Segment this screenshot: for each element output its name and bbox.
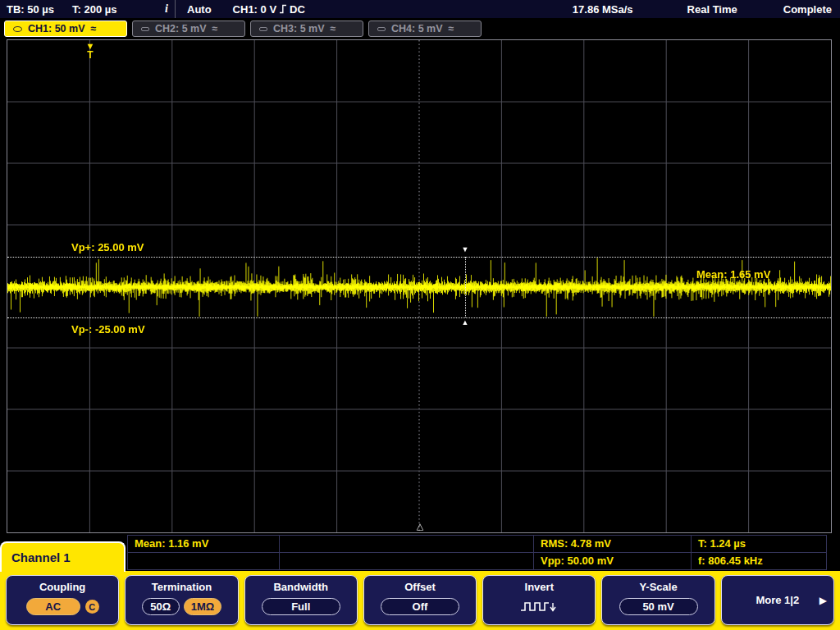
more-button[interactable]: More 1|2 ▶ <box>721 575 834 625</box>
termination-50ohm-pill[interactable]: 50Ω <box>142 598 180 615</box>
oscilloscope-screen: TB: 50 µs T: 200 µs i Auto CH1: 0 V DC 1… <box>0 0 840 630</box>
menu-title: Channel 1 <box>0 541 126 572</box>
measurement-empty-cell <box>279 552 534 570</box>
graticule-wrapper: Vp+: 25.00 mV Vp-: -25.00 mV ▼ T ▼ ▲ Mea… <box>0 39 840 535</box>
time-reference-marker-icon[interactable]: △ <box>417 521 423 532</box>
measurement-frequency: f: 806.45 kHz <box>691 552 827 570</box>
square-wave-icon <box>519 599 559 615</box>
measurement-vpp: Vpp: 50.00 mV <box>533 552 692 570</box>
coupling-symbol: ≈ <box>331 23 336 34</box>
vp-plus-label: Vp+: 25.00 mV <box>71 241 144 253</box>
vp-minus-cursor-line[interactable] <box>7 317 831 318</box>
channel-indicator-icon <box>377 27 386 31</box>
coupling-symbol: ≈ <box>212 23 218 34</box>
softkey-menu: Coupling AC C Termination 50Ω 1MΩ Bandwi… <box>0 571 840 630</box>
termination-label: Termination <box>152 581 212 593</box>
bandwidth-label: Bandwidth <box>273 581 327 593</box>
acquisition-mode: Real Time <box>687 3 737 16</box>
peak-cursor-line[interactable] <box>465 257 466 317</box>
trigger-time-value: T: 200 µs <box>72 3 116 16</box>
sample-rate: 17.86 MSa/s <box>573 3 633 16</box>
y-scale-label: Y-Scale <box>639 581 677 593</box>
vp-minus-label: Vp-: -25.00 mV <box>71 323 145 336</box>
channel-label: CH3: 5 mV <box>273 23 325 34</box>
trigger-marker-label: T <box>86 51 95 60</box>
offset-value-pill[interactable]: Off <box>381 598 459 615</box>
status-bar: TB: 50 µs T: 200 µs i Auto CH1: 0 V DC 1… <box>0 0 840 18</box>
bandwidth-value-pill[interactable]: Full <box>262 598 340 615</box>
bandwidth-button[interactable]: Bandwidth Full <box>244 575 358 625</box>
measurement-mean: Mean: 1.16 mV <box>127 535 280 553</box>
waveform-canvas <box>7 40 831 532</box>
invert-label: Invert <box>525 581 554 593</box>
termination-button[interactable]: Termination 50Ω 1MΩ <box>125 575 238 625</box>
timebase-value: TB: 50 µs <box>7 3 54 16</box>
channel-label: CH4: 5 mV <box>391 23 443 34</box>
measurement-bar: Mean: 1.16 mV RMS: 4.78 mV Vpp: 50.00 mV… <box>0 535 840 571</box>
coupling-value-pill[interactable]: AC <box>26 598 80 615</box>
tab-channel-2[interactable]: CH2: 5 mV ≈ <box>132 21 245 37</box>
rising-edge-icon <box>279 4 287 14</box>
trigger-settings: CH1: 0 V DC <box>233 3 305 16</box>
measurement-empty-cell <box>279 535 534 553</box>
chevron-right-icon: ▶ <box>819 595 827 606</box>
trigger-coupling: DC <box>290 3 305 16</box>
measurement-rms: RMS: 4.78 mV <box>533 535 692 553</box>
peak-bottom-marker-icon: ▲ <box>462 318 469 326</box>
channel-indicator-icon <box>141 27 149 31</box>
info-icon[interactable]: i <box>165 2 168 16</box>
coupling-symbol: ≈ <box>90 23 96 34</box>
coupling-button[interactable]: Coupling AC C <box>6 575 119 625</box>
acquire-mode: Auto <box>187 3 212 16</box>
invert-button[interactable]: Invert <box>482 575 596 625</box>
offset-label: Offset <box>404 581 436 593</box>
channel-indicator-icon <box>13 26 22 32</box>
channel-indicator-icon <box>259 27 267 31</box>
tab-channel-4[interactable]: CH4: 5 mV ≈ <box>368 21 482 37</box>
tab-channel-1[interactable]: CH1: 50 mV ≈ <box>4 21 127 37</box>
knob-assignment-icon: C <box>85 600 99 614</box>
coupling-symbol: ≈ <box>449 23 454 34</box>
peak-top-marker-icon: ▼ <box>462 245 469 253</box>
offset-button[interactable]: Offset Off <box>363 575 477 625</box>
acquisition-status: Complete <box>783 3 832 16</box>
termination-1mohm-pill[interactable]: 1MΩ <box>184 598 221 615</box>
timebase-section: TB: 50 µs T: 200 µs i <box>0 0 176 18</box>
graticule: Vp+: 25.00 mV Vp-: -25.00 mV ▼ T ▼ ▲ Mea… <box>7 39 832 533</box>
coupling-label: Coupling <box>39 581 85 593</box>
channel-tabs: CH1: 50 mV ≈ CH2: 5 mV ≈ CH3: 5 mV ≈ CH4… <box>0 18 840 39</box>
measurement-empty-cell <box>127 552 280 570</box>
vp-plus-cursor-line[interactable] <box>7 257 831 258</box>
trigger-level-marker[interactable]: ▼ T <box>86 42 95 60</box>
channel-label: CH2: 5 mV <box>155 23 207 34</box>
more-label: More 1|2 <box>756 576 799 624</box>
channel-label: CH1: 50 mV <box>28 23 84 34</box>
measurement-period: T: 1.24 µs <box>691 535 827 553</box>
tab-channel-3[interactable]: CH3: 5 mV ≈ <box>250 21 363 37</box>
mean-cursor-label: Mean: 1.65 mV <box>696 268 770 281</box>
y-scale-value-pill[interactable]: 50 mV <box>619 598 698 615</box>
trigger-source: CH1: 0 V <box>233 3 276 16</box>
y-scale-button[interactable]: Y-Scale 50 mV <box>601 575 714 625</box>
